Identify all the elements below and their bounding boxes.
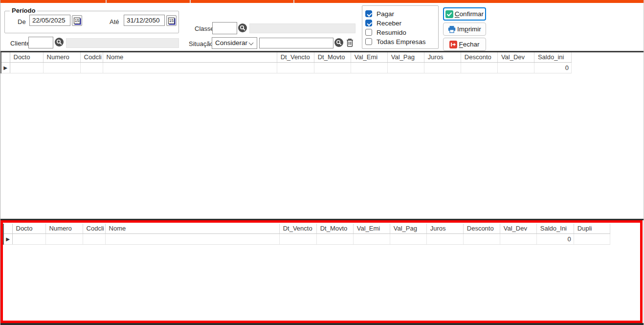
classe-label: Classe <box>195 25 214 32</box>
situacao-search-button[interactable] <box>334 38 343 47</box>
current-row-arrow-icon: ► <box>3 234 12 245</box>
grid-cell <box>500 234 536 245</box>
search-icon <box>55 38 64 46</box>
col-dupli[interactable]: Dupli <box>574 224 610 234</box>
calendar-icon: 15 <box>168 18 175 24</box>
situacao-select[interactable]: Considerar <box>212 37 257 49</box>
imprimir-button[interactable]: Imprimir <box>443 23 486 36</box>
chevron-down-icon <box>249 41 254 46</box>
grid-cell <box>497 63 534 73</box>
grid-cell <box>390 234 426 245</box>
grid-cell <box>277 63 314 73</box>
col-desconto[interactable]: Desconto <box>461 52 497 63</box>
periodo-legend: Período <box>10 7 37 14</box>
resumido-checkbox[interactable] <box>365 29 372 36</box>
grid-cell <box>80 63 103 73</box>
grid-cell <box>279 234 316 245</box>
col-numero[interactable]: Numero <box>45 224 83 234</box>
situacao-selected-option: Considerar <box>215 39 247 46</box>
grid-row[interactable]: ► 0 <box>1 63 572 73</box>
receber-label: Receber <box>377 20 401 27</box>
date-from-input[interactable] <box>29 15 70 26</box>
row-selector-header <box>1 52 10 63</box>
search-icon <box>238 23 247 32</box>
confirmar-button[interactable]: Confirmar <box>443 7 486 21</box>
cliente-search-button[interactable] <box>55 38 64 46</box>
col-val-pag[interactable]: Val_Pag <box>387 52 424 63</box>
pagar-option[interactable]: Pagar <box>365 10 394 18</box>
situacao-label: Situação <box>189 40 214 47</box>
classe-name-field <box>249 23 355 33</box>
exit-icon <box>449 41 457 48</box>
todas-empresas-option[interactable]: Todas Empresas <box>365 38 426 46</box>
col-juros[interactable]: Juros <box>426 224 463 234</box>
col-val-dev[interactable]: Val_Dev <box>500 224 536 234</box>
periodo-groupbox: Período De 15 Até 15 <box>4 11 179 33</box>
row-selector-header <box>3 224 12 234</box>
col-nome[interactable]: Nome <box>105 224 279 234</box>
pagar-checkbox[interactable] <box>365 10 372 17</box>
app-window: Período De 15 Até 15 Cliente Classe Situ… <box>0 0 644 325</box>
col-dt-vencto[interactable]: Dt_Vencto <box>277 52 314 63</box>
cliente-name-field <box>66 38 179 48</box>
tab-separator <box>190 0 191 3</box>
printer-icon <box>448 25 456 33</box>
tab-separator <box>293 0 294 3</box>
grid-cell <box>105 234 279 245</box>
tab-separator <box>106 0 107 3</box>
col-val-emi[interactable]: Val_Emi <box>353 224 390 234</box>
date-to-calendar-button[interactable]: 15 <box>166 15 177 26</box>
col-val-dev[interactable]: Val_Dev <box>497 52 534 63</box>
search-icon <box>334 38 343 47</box>
col-dt-movto[interactable]: Dt_Movto <box>316 224 353 234</box>
col-codcli[interactable]: Codcli <box>83 224 105 234</box>
date-from-calendar-button[interactable]: 15 <box>72 15 82 26</box>
col-saldo-ini[interactable]: Saldo_ini <box>534 52 571 63</box>
grid-cell <box>45 234 83 245</box>
situacao-search-input[interactable] <box>259 38 333 48</box>
cliente-code-input[interactable] <box>28 37 53 48</box>
de-label: De <box>18 18 26 25</box>
col-val-emi[interactable]: Val_Emi <box>351 52 387 63</box>
col-docto[interactable]: Docto <box>12 224 45 234</box>
classe-code-input[interactable] <box>212 22 237 34</box>
fechar-button[interactable]: Fechar <box>443 38 486 51</box>
trash-icon <box>346 38 354 47</box>
cliente-label: Cliente <box>10 40 30 47</box>
resumido-option[interactable]: Resumido <box>365 28 406 36</box>
panel-bottom-border <box>0 323 644 325</box>
ate-label: Até <box>110 18 119 25</box>
grid-cell <box>12 234 45 245</box>
cell-saldo-ini: 0 <box>534 63 571 73</box>
col-juros[interactable]: Juros <box>424 52 461 63</box>
pagar-label: Pagar <box>377 10 394 18</box>
grid-cell <box>353 234 390 245</box>
col-dt-movto[interactable]: Dt_Movto <box>314 52 351 63</box>
top-accent-bar <box>0 0 644 3</box>
col-val-pag[interactable]: Val_Pag <box>390 224 426 234</box>
receber-checkbox[interactable] <box>365 20 372 26</box>
grid-cell <box>351 63 387 73</box>
cell-dupli <box>574 234 610 245</box>
grid-cell <box>316 234 353 245</box>
situacao-clear-button[interactable] <box>346 38 354 47</box>
grid-cell <box>83 234 105 245</box>
col-saldo-ini[interactable]: Saldo_Ini <box>536 224 574 234</box>
options-groupbox: Pagar Receber Resumido Todas Empresas <box>362 5 439 49</box>
todas-empresas-checkbox[interactable] <box>365 38 372 45</box>
col-dt-vencto[interactable]: Dt_Vencto <box>279 224 316 234</box>
imprimir-label: Imprimir <box>457 25 481 33</box>
col-numero[interactable]: Numero <box>43 52 80 63</box>
grid-row[interactable]: ► 0 <box>3 234 610 245</box>
col-docto[interactable]: Docto <box>10 52 43 63</box>
grid-cell <box>426 234 463 245</box>
resumido-label: Resumido <box>377 29 406 36</box>
grid-cell <box>43 63 80 73</box>
grid-cell <box>461 63 497 73</box>
receber-option[interactable]: Receber <box>365 19 401 27</box>
classe-search-button[interactable] <box>238 23 247 32</box>
date-to-input[interactable] <box>124 15 165 26</box>
col-codcli[interactable]: Codcli <box>80 52 103 63</box>
col-desconto[interactable]: Desconto <box>463 224 500 234</box>
col-nome[interactable]: Nome <box>103 52 277 63</box>
